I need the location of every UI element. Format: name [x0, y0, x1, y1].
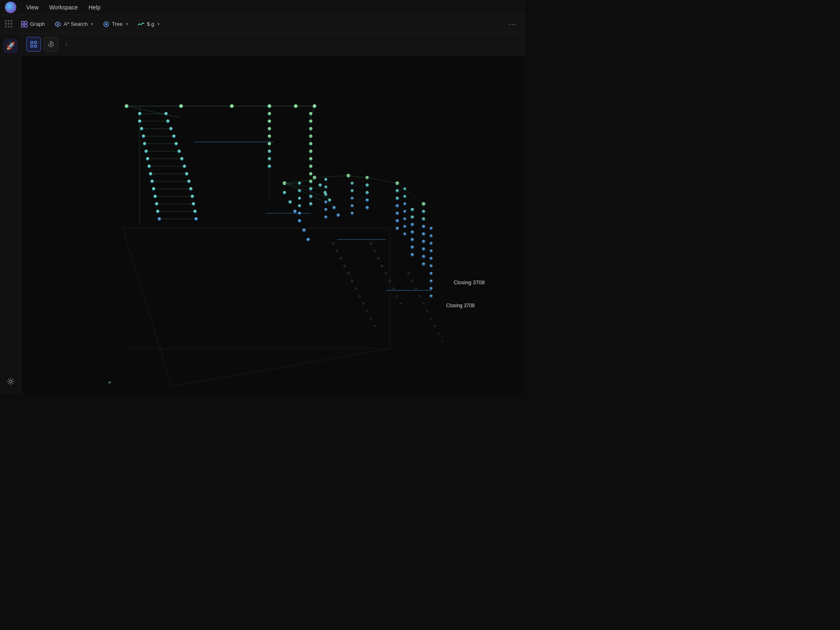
- svg-point-128: [324, 185, 327, 188]
- sidebar: 🚀: [0, 34, 21, 394]
- svg-point-40: [166, 119, 169, 123]
- svg-point-46: [172, 135, 176, 138]
- svg-point-127: [324, 178, 327, 181]
- svg-point-197: [366, 310, 368, 313]
- tree-button[interactable]: Tree ▾: [99, 19, 132, 30]
- menu-help[interactable]: Help: [84, 2, 105, 12]
- svg-point-178: [429, 227, 432, 230]
- drag-handle[interactable]: [5, 20, 13, 28]
- more-button[interactable]: ⋯: [505, 18, 520, 30]
- svg-point-201: [373, 249, 376, 252]
- svg-point-180: [429, 242, 432, 245]
- sub-toolbar: ›: [21, 34, 525, 55]
- svg-point-105: [288, 200, 292, 203]
- svg-point-172: [422, 225, 425, 228]
- svg-point-70: [191, 195, 194, 198]
- expand-button[interactable]: ›: [61, 39, 72, 50]
- svg-point-57: [147, 164, 151, 168]
- svg-point-177: [422, 262, 425, 266]
- canvas-area[interactable]: Closing 3708 Closing 3708: [21, 55, 525, 394]
- svg-point-216: [434, 325, 436, 327]
- focus-view-button[interactable]: [26, 37, 41, 52]
- svg-rect-11: [31, 45, 33, 47]
- svg-point-202: [377, 257, 380, 260]
- svg-point-159: [411, 245, 414, 249]
- menu-bar: View Workspace Help: [0, 0, 525, 15]
- svg-point-54: [146, 157, 149, 160]
- menu-view[interactable]: View: [22, 2, 43, 12]
- search-chevron: ▾: [91, 22, 93, 26]
- svg-point-176: [422, 255, 425, 258]
- svg-point-39: [138, 119, 141, 123]
- svg-point-7: [105, 23, 107, 25]
- svg-point-42: [140, 127, 143, 130]
- graph-button[interactable]: Graph: [17, 19, 49, 30]
- sidebar-item-settings[interactable]: [3, 374, 18, 389]
- tree-label: Tree: [112, 21, 123, 27]
- svg-line-118: [285, 183, 322, 189]
- svg-point-194: [354, 287, 357, 290]
- svg-point-160: [411, 253, 414, 256]
- svg-point-132: [324, 216, 327, 219]
- svg-point-66: [152, 187, 155, 190]
- svg-point-98: [268, 135, 271, 138]
- svg-point-31: [230, 104, 234, 108]
- menu-workspace[interactable]: Workspace: [45, 2, 82, 12]
- svg-point-165: [403, 217, 406, 220]
- search-button[interactable]: A* Search ▾: [50, 19, 97, 30]
- metric-button[interactable]: $.g ▾: [134, 19, 164, 30]
- svg-point-113: [298, 197, 301, 200]
- svg-point-48: [143, 142, 146, 145]
- svg-point-174: [422, 240, 425, 243]
- svg-point-73: [192, 202, 195, 205]
- svg-point-167: [403, 233, 406, 235]
- svg-point-189: [336, 249, 338, 252]
- svg-point-124: [328, 199, 331, 202]
- svg-point-63: [151, 180, 154, 183]
- svg-point-166: [403, 225, 406, 228]
- svg-point-183: [429, 265, 432, 267]
- svg-point-171: [422, 217, 425, 221]
- svg-point-139: [365, 199, 369, 202]
- graph-label: Graph: [30, 21, 45, 27]
- svg-point-78: [158, 217, 161, 221]
- svg-point-99: [268, 142, 271, 145]
- svg-point-153: [395, 227, 399, 230]
- svg-point-126: [336, 213, 340, 217]
- sidebar-item-rocket[interactable]: 🚀: [3, 39, 18, 53]
- svg-point-130: [324, 201, 327, 203]
- svg-point-148: [395, 189, 399, 192]
- svg-point-179: [429, 234, 432, 237]
- svg-point-217: [438, 333, 440, 335]
- search-icon: [55, 21, 61, 27]
- svg-line-220: [123, 349, 171, 386]
- svg-point-169: [422, 202, 425, 206]
- svg-rect-9: [31, 41, 33, 43]
- svg-point-140: [365, 206, 369, 209]
- svg-point-193: [351, 279, 354, 282]
- svg-rect-3: [25, 25, 27, 27]
- svg-point-51: [144, 150, 148, 153]
- svg-point-45: [142, 135, 145, 138]
- metric-label: $.g: [147, 21, 154, 27]
- svg-point-33: [294, 104, 297, 108]
- svg-point-207: [396, 295, 399, 297]
- svg-point-155: [411, 215, 414, 219]
- svg-point-101: [268, 157, 271, 160]
- svg-point-109: [306, 238, 310, 241]
- svg-point-29: [125, 104, 128, 108]
- svg-rect-10: [34, 41, 37, 43]
- svg-line-119: [285, 183, 330, 199]
- svg-point-60: [149, 172, 152, 176]
- svg-point-198: [370, 317, 372, 320]
- rotate-view-button[interactable]: [43, 37, 58, 52]
- tree-chevron: ▾: [126, 22, 128, 26]
- svg-point-36: [138, 112, 141, 115]
- svg-point-141: [351, 182, 354, 185]
- svg-point-164: [403, 210, 406, 213]
- svg-point-79: [194, 217, 198, 221]
- svg-rect-1: [25, 21, 27, 24]
- svg-point-210: [411, 280, 413, 282]
- svg-line-146: [367, 178, 397, 183]
- metric-icon: [138, 21, 144, 27]
